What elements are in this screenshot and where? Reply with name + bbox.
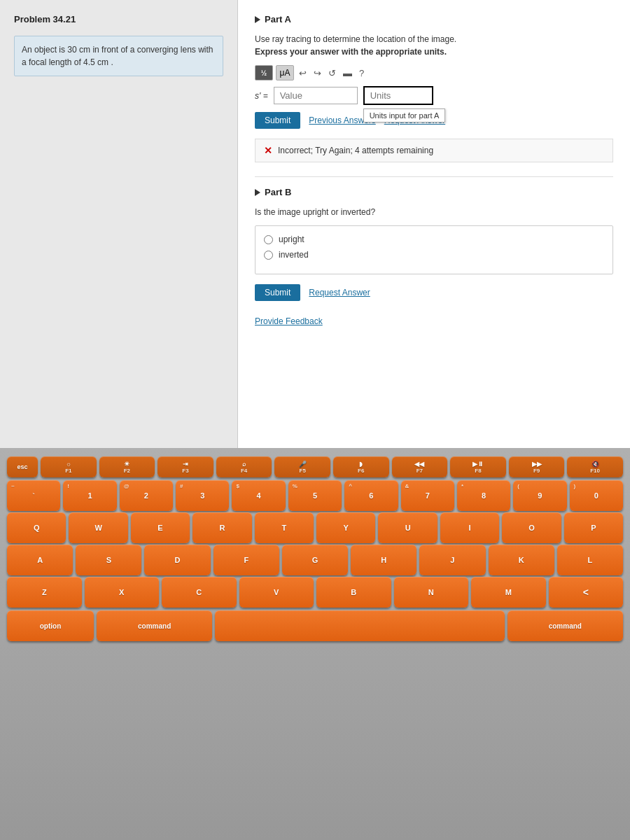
key-f2[interactable]: ☀F2 xyxy=(99,456,155,477)
key-esc[interactable]: esc xyxy=(7,456,38,477)
key-n[interactable]: N xyxy=(394,577,469,608)
key-command-right[interactable]: command xyxy=(507,610,623,641)
refresh-icon[interactable]: ↺ xyxy=(326,66,338,80)
key-f3[interactable]: ⇥F3 xyxy=(158,456,214,477)
part-b-label: Part B xyxy=(265,187,291,197)
key-f4[interactable]: ⌕F4 xyxy=(216,456,272,477)
key-5[interactable]: %5 xyxy=(288,480,342,511)
key-a[interactable]: A xyxy=(7,545,73,575)
key-f9[interactable]: ▶▶F9 xyxy=(509,456,565,477)
key-f[interactable]: F xyxy=(214,545,279,575)
key-f10[interactable]: 🔇F10 xyxy=(567,456,623,477)
part-a-header: Part A xyxy=(255,14,613,24)
value-input[interactable] xyxy=(274,87,358,104)
key-h[interactable]: H xyxy=(351,545,416,575)
key-y[interactable]: Y xyxy=(316,512,375,543)
image-icon[interactable]: ▬ xyxy=(341,66,354,80)
number-row: ~` !1 @2 #3 $4 %5 ^6 &7 *8 (9 )0 xyxy=(6,480,624,511)
key-f8[interactable]: ▶⏸F8 xyxy=(450,456,506,477)
key-x[interactable]: X xyxy=(85,577,160,608)
key-z[interactable]: Z xyxy=(7,577,82,608)
key-s[interactable]: S xyxy=(76,545,141,575)
upright-label: upright xyxy=(279,234,304,244)
collapse-triangle-b[interactable] xyxy=(255,189,260,196)
submit-row-b: Submit Request Answer xyxy=(255,284,613,301)
instruction-text-2: Express your answer with the appropriate… xyxy=(255,47,613,57)
key-6[interactable]: ^6 xyxy=(344,480,398,511)
request-answer-link-b[interactable]: Request Answer xyxy=(309,288,370,298)
qwerty-row: Q W E R T Y U I O P xyxy=(6,512,624,543)
key-v[interactable]: V xyxy=(239,577,314,608)
units-tooltip: Units input for part A xyxy=(363,108,446,122)
units-wrapper: Units input for part A xyxy=(363,86,433,105)
redo-icon[interactable]: ↪ xyxy=(312,66,323,80)
submit-button-a[interactable]: Submit xyxy=(255,112,300,129)
submit-button-b[interactable]: Submit xyxy=(255,284,300,301)
error-message: Incorrect; Try Again; 4 attempts remaini… xyxy=(278,146,433,155)
key-tilde[interactable]: ~` xyxy=(7,480,60,511)
key-less[interactable]: < xyxy=(549,577,624,608)
radio-group: upright inverted xyxy=(255,225,613,274)
key-w[interactable]: W xyxy=(69,512,127,543)
key-3[interactable]: #3 xyxy=(176,480,229,511)
key-i[interactable]: I xyxy=(440,512,499,543)
key-2[interactable]: @2 xyxy=(120,480,173,511)
fn-row: esc ☼F1 ☀F2 ⇥F3 ⌕F4 🎤F5 ◗F6 ◀◀F7 ▶⏸F8 ▶▶… xyxy=(6,456,624,477)
radio-inverted[interactable] xyxy=(264,251,273,260)
key-r[interactable]: R xyxy=(192,512,251,543)
provide-feedback-link[interactable]: Provide Feedback xyxy=(255,316,323,326)
key-k[interactable]: K xyxy=(489,545,554,575)
key-command[interactable]: command xyxy=(97,610,212,641)
key-p[interactable]: P xyxy=(564,512,623,543)
instruction-text-1: Use ray tracing to determine the locatio… xyxy=(255,34,613,44)
key-q[interactable]: Q xyxy=(7,512,66,543)
problem-title: Problem 34.21 xyxy=(14,14,223,24)
key-t[interactable]: T xyxy=(255,512,314,543)
asdf-row: A S D F G H J K L xyxy=(6,545,624,575)
key-e[interactable]: E xyxy=(131,512,190,543)
problem-description: An object is 30 cm in front of a converg… xyxy=(14,36,223,76)
keyboard: esc ☼F1 ☀F2 ⇥F3 ⌕F4 🎤F5 ◗F6 ◀◀F7 ▶⏸F8 ▶▶… xyxy=(0,448,630,840)
radio-upright[interactable] xyxy=(264,235,273,244)
units-input[interactable] xyxy=(363,86,433,105)
key-d[interactable]: D xyxy=(144,545,210,575)
part-a-label: Part A xyxy=(265,14,291,24)
error-icon: ✕ xyxy=(264,145,272,156)
part-divider xyxy=(255,176,613,177)
key-8[interactable]: *8 xyxy=(457,480,510,511)
key-4[interactable]: $4 xyxy=(232,480,285,511)
answer-label: s' = xyxy=(255,91,268,101)
part-b-question: Is the image upright or inverted? xyxy=(255,207,613,217)
key-f7[interactable]: ◀◀F7 xyxy=(392,456,448,477)
answer-toolbar: ½ μA ↩ ↪ ↺ ▬ ? xyxy=(255,65,613,80)
key-0[interactable]: )0 xyxy=(570,480,623,511)
inverted-label: inverted xyxy=(279,250,309,260)
key-l[interactable]: L xyxy=(557,545,623,575)
key-o[interactable]: O xyxy=(502,512,561,543)
mu-icon[interactable]: μA xyxy=(276,65,294,80)
key-option[interactable]: option xyxy=(7,610,94,641)
key-u[interactable]: U xyxy=(378,512,437,543)
key-b[interactable]: B xyxy=(316,577,391,608)
undo-icon[interactable]: ↩ xyxy=(297,66,309,80)
left-panel: Problem 34.21 An object is 30 cm in fron… xyxy=(0,0,238,448)
help-icon[interactable]: ? xyxy=(357,66,366,80)
key-1[interactable]: !1 xyxy=(63,480,116,511)
bottom-row: option command command xyxy=(6,610,624,641)
radio-option-upright[interactable]: upright xyxy=(264,234,604,244)
key-9[interactable]: (9 xyxy=(513,480,566,511)
key-c[interactable]: C xyxy=(162,577,237,608)
screen: Problem 34.21 An object is 30 cm in fron… xyxy=(0,0,630,448)
key-f6[interactable]: ◗F6 xyxy=(333,456,389,477)
right-panel: Part A Use ray tracing to determine the … xyxy=(238,0,630,448)
key-g[interactable]: G xyxy=(282,545,348,575)
key-space[interactable] xyxy=(215,610,504,641)
key-j[interactable]: J xyxy=(419,545,485,575)
fraction-icon[interactable]: ½ xyxy=(255,65,273,80)
collapse-triangle-a[interactable] xyxy=(255,16,260,23)
key-f5[interactable]: 🎤F5 xyxy=(274,456,330,477)
radio-option-inverted[interactable]: inverted xyxy=(264,250,604,260)
key-f1[interactable]: ☼F1 xyxy=(41,456,97,477)
key-m[interactable]: M xyxy=(471,577,546,608)
key-7[interactable]: &7 xyxy=(401,480,454,511)
